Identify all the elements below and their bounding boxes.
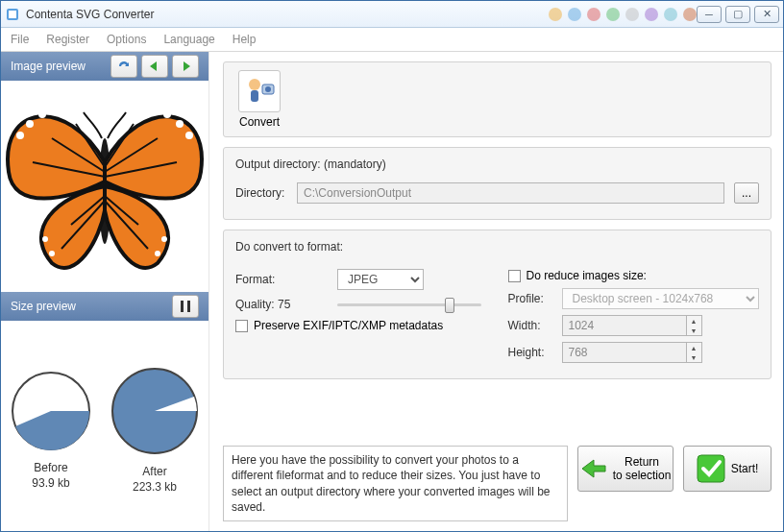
menu-language[interactable]: Language	[163, 33, 214, 46]
svg-point-9	[176, 120, 184, 128]
app-icon	[5, 7, 20, 22]
toolbar-group: Convert	[223, 61, 772, 137]
directory-label: Directory:	[235, 186, 287, 200]
next-image-button[interactable]	[172, 55, 199, 78]
preserve-label: Preserve EXIF/IPTC/XMP metadatas	[254, 319, 443, 332]
pause-icon	[181, 301, 190, 312]
width-label: Width:	[508, 319, 552, 332]
directory-input[interactable]	[297, 182, 724, 204]
width-input[interactable]	[562, 315, 687, 336]
convert-label: Convert	[233, 115, 285, 129]
svg-point-6	[54, 106, 60, 111]
browse-directory-button[interactable]: ...	[734, 182, 759, 204]
arrow-left-icon	[580, 458, 607, 479]
svg-point-13	[49, 251, 55, 256]
svg-point-11	[150, 106, 156, 111]
close-button[interactable]: ✕	[754, 6, 779, 23]
height-input[interactable]	[562, 342, 687, 363]
format-group: Do convert to format: Format: JPEG Quali…	[223, 230, 772, 379]
after-label: After	[110, 464, 199, 479]
reduce-label: Do reduce images size:	[527, 269, 647, 282]
image-preview-header: Image preview	[1, 52, 208, 81]
image-preview-label: Image preview	[11, 60, 107, 73]
format-select[interactable]: JPEG	[337, 269, 424, 290]
output-directory-group: Output directory: (mandatory) Directory:…	[223, 147, 772, 220]
checkmark-icon	[697, 454, 725, 483]
svg-point-16	[161, 236, 167, 242]
after-size: 223.3 kb	[110, 479, 199, 495]
svg-point-24	[265, 86, 271, 92]
before-size: 93.9 kb	[11, 475, 91, 491]
checkbox-icon	[508, 270, 521, 282]
svg-point-12	[135, 104, 141, 109]
svg-point-10	[163, 110, 171, 118]
format-label: Format:	[235, 273, 328, 286]
start-button[interactable]: Start!	[683, 446, 772, 492]
convert-button[interactable]: Convert	[233, 70, 285, 129]
svg-rect-17	[181, 301, 184, 312]
format-group-label: Do convert to format:	[235, 240, 759, 254]
prev-image-button[interactable]	[141, 55, 168, 78]
svg-point-14	[42, 236, 48, 242]
menu-help[interactable]: Help	[233, 33, 257, 46]
svg-point-3	[16, 132, 24, 139]
output-group-label: Output directory: (mandatory)	[235, 157, 759, 171]
minimize-button[interactable]: ─	[697, 6, 722, 23]
svg-rect-1	[9, 11, 16, 18]
convert-icon	[238, 70, 281, 112]
titlebar: Contenta SVG Converter ─ ▢ ✕	[1, 1, 783, 28]
image-preview	[1, 81, 208, 292]
height-label: Height:	[508, 346, 552, 359]
window-title: Contenta SVG Converter	[26, 8, 537, 21]
before-pie: Before93.9 kb	[11, 371, 91, 491]
background-toolbar-blur	[549, 8, 697, 21]
svg-rect-22	[251, 90, 258, 102]
checkbox-icon	[235, 320, 248, 332]
butterfly-image	[4, 90, 206, 282]
preserve-metadata-checkbox[interactable]: Preserve EXIF/IPTC/XMP metadatas	[235, 319, 487, 332]
size-preview-label: Size preview	[11, 300, 168, 313]
menubar: File Register Options Language Help	[1, 28, 783, 52]
profile-label: Profile:	[508, 292, 552, 305]
maximize-button[interactable]: ▢	[725, 6, 750, 23]
arrow-left-icon	[147, 60, 162, 72]
svg-point-8	[185, 132, 193, 139]
svg-point-15	[155, 251, 160, 256]
after-pie: After223.3 kb	[110, 367, 199, 495]
height-spinner[interactable]: ▲▼	[687, 342, 702, 363]
menu-file[interactable]: File	[11, 33, 29, 46]
profile-select[interactable]: Desktop screen - 1024x768	[562, 288, 760, 309]
return-button[interactable]: Returnto selection	[577, 446, 674, 492]
size-preview-header: Size preview	[1, 292, 208, 321]
svg-point-4	[26, 120, 34, 128]
menu-options[interactable]: Options	[107, 33, 146, 46]
menu-register[interactable]: Register	[46, 33, 89, 46]
reduce-size-checkbox[interactable]: Do reduce images size:	[508, 269, 760, 282]
pause-button[interactable]	[172, 295, 199, 318]
arrow-right-icon	[178, 60, 193, 72]
before-label: Before	[11, 460, 91, 475]
width-spinner[interactable]: ▲▼	[687, 315, 702, 336]
quality-slider[interactable]	[337, 296, 481, 313]
help-text: Here you have the possibility to convert…	[223, 446, 568, 521]
refresh-icon	[116, 60, 132, 73]
refresh-preview-button[interactable]	[110, 55, 137, 78]
svg-point-21	[249, 79, 260, 90]
svg-rect-18	[187, 301, 190, 312]
svg-point-7	[68, 104, 74, 109]
quality-label: Quality: 75	[235, 298, 328, 311]
svg-point-5	[38, 110, 46, 118]
